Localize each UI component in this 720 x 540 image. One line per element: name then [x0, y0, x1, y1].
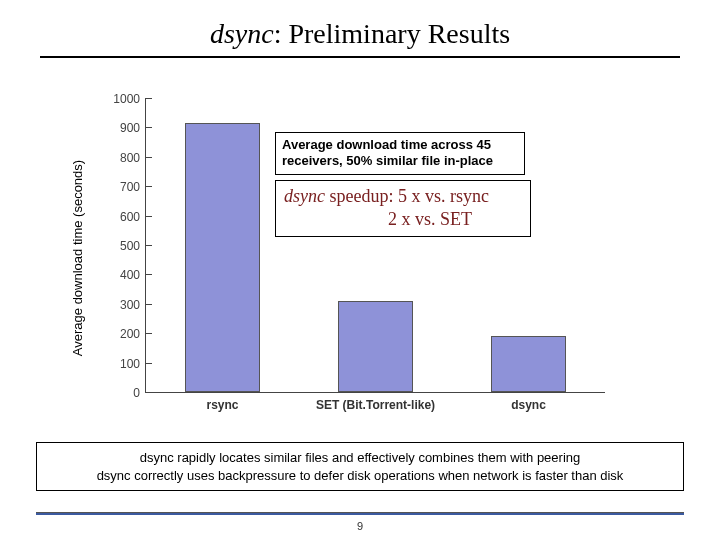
bar	[185, 123, 260, 392]
chart-annotation-line2: receivers, 50% similar file in-place	[282, 153, 518, 169]
footer-line2: dsync correctly uses backpressure to def…	[47, 467, 673, 485]
slide-title: dsync: Preliminary Results	[0, 0, 720, 56]
speedup-annotation: dsync speedup: 5 x vs. rsync 2 x vs. SET	[275, 180, 531, 237]
x-tick-label: rsync	[206, 398, 238, 412]
y-tick-label: 100	[120, 357, 140, 371]
y-tick-label: 0	[133, 386, 140, 400]
speedup-line2: 2 x vs. SET	[284, 208, 522, 231]
x-tick-label: dsync	[511, 398, 546, 412]
y-tick-label: 800	[120, 151, 140, 165]
y-tick-label: 400	[120, 268, 140, 282]
y-tick-label: 1000	[113, 92, 140, 106]
y-tick: 400	[146, 274, 152, 275]
y-tick-label: 900	[120, 121, 140, 135]
footer-box: dsync rapidly locates similar files and …	[36, 442, 684, 491]
bar	[338, 301, 413, 392]
speedup-em: dsync	[284, 186, 325, 206]
y-tick: 800	[146, 157, 152, 158]
y-axis-label: Average download time (seconds)	[70, 160, 85, 356]
bottom-rule	[36, 512, 684, 515]
y-tick-label: 600	[120, 210, 140, 224]
y-tick: 600	[146, 216, 152, 217]
chart-annotation-line1: Average download time across 45	[282, 137, 518, 153]
y-tick-label: 500	[120, 239, 140, 253]
page-number: 9	[0, 520, 720, 532]
y-tick: 200	[146, 333, 152, 334]
slide-title-em: dsync	[210, 18, 274, 49]
y-tick-label: 200	[120, 327, 140, 341]
chart: Average download time (seconds) 01002003…	[95, 88, 615, 428]
slide-title-rest: : Preliminary Results	[274, 18, 510, 49]
y-tick-label: 700	[120, 180, 140, 194]
y-tick-label: 300	[120, 298, 140, 312]
y-tick: 700	[146, 186, 152, 187]
y-tick: 900	[146, 127, 152, 128]
speedup-line1-rest: speedup: 5 x vs. rsync	[325, 186, 489, 206]
y-tick: 500	[146, 245, 152, 246]
footer-line1: dsync rapidly locates similar files and …	[47, 449, 673, 467]
y-tick: 300	[146, 304, 152, 305]
title-underline	[40, 56, 680, 58]
speedup-line1: dsync speedup: 5 x vs. rsync	[284, 185, 522, 208]
bar	[491, 336, 566, 392]
chart-annotation: Average download time across 45 receiver…	[275, 132, 525, 175]
y-tick: 0	[146, 392, 152, 393]
y-tick: 100	[146, 363, 152, 364]
x-tick-label: SET (Bit.Torrent-like)	[316, 398, 435, 412]
y-tick: 1000	[146, 98, 152, 99]
